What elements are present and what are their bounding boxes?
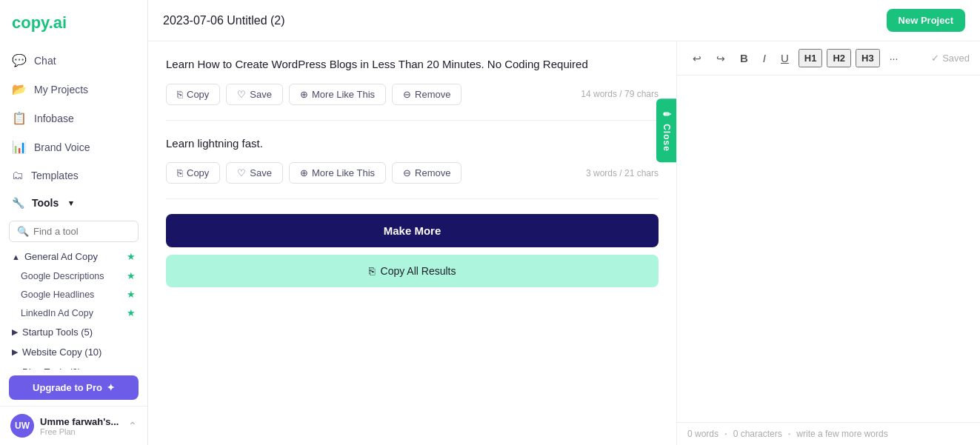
chevron-right-icon: ▶ (12, 367, 18, 369)
result-text-1: Learn How to Create WordPress Blogs in L… (166, 56, 659, 73)
user-section: UW Umme farwah's... Free Plan ⌃ (0, 406, 147, 445)
logo-copy: copy (12, 13, 49, 32)
copy-label: Copy (187, 167, 209, 178)
editor-panel: ↩ ↪ B I U H1 H2 H3 ··· ✓ Saved 0 words ●… (676, 41, 980, 445)
upgrade-pro-button[interactable]: Upgrade to Pro ✦ (9, 375, 139, 400)
tools-toggle[interactable]: 🔧 Tools ▾ (0, 190, 147, 216)
tool-group-startup-tools[interactable]: ▶ Startup Tools (5) (0, 322, 147, 342)
remove-label: Remove (415, 89, 450, 100)
tool-group-label: Blog Tools (9) (22, 367, 81, 369)
tool-group-blog-tools[interactable]: ▶ Blog Tools (9) (0, 362, 147, 369)
heart-icon: ♡ (237, 167, 246, 178)
tool-search-box[interactable]: 🔍 (9, 221, 139, 242)
sidebar-item-infobase[interactable]: 📋 Infobase (0, 104, 147, 133)
plus-circle-icon: ⊕ (300, 167, 308, 178)
user-info: Umme farwah's... Free Plan (40, 416, 128, 436)
remove-button-1[interactable]: ⊖ Remove (392, 84, 461, 105)
copy-icon: ⎘ (177, 89, 183, 100)
close-label: Close (661, 124, 672, 152)
editor-footer: 0 words ● 0 characters ● write a few mor… (677, 422, 980, 445)
sidebar-item-my-projects-label: My Projects (34, 84, 88, 96)
result-actions-1: ⎘ Copy ♡ Save ⊕ More Like This ⊖ Remove (166, 84, 659, 105)
remove-button-2[interactable]: ⊖ Remove (392, 162, 461, 184)
main-header: 2023-07-06 Untitled (2) New Project (148, 0, 980, 41)
save-label: Save (250, 89, 272, 100)
tools-list: ▲ General Ad Copy ★ Google Descriptions … (0, 247, 147, 369)
tool-sub-google-descriptions[interactable]: Google Descriptions ★ (0, 267, 147, 285)
char-count-display: 0 characters (733, 429, 782, 439)
make-more-button[interactable]: Make More (166, 214, 659, 247)
tool-group-website-copy[interactable]: ▶ Website Copy (10) (0, 342, 147, 362)
result-card-2: Learn lightning fast. ⎘ Copy ♡ Save ⊕ Mo… (166, 135, 659, 200)
tool-sub-linkedin-ad-copy[interactable]: LinkedIn Ad Copy ★ (0, 304, 147, 322)
copy-all-button[interactable]: ⎘ Copy All Results (166, 255, 659, 287)
star-icon[interactable]: ★ (127, 289, 136, 300)
user-name: Umme farwah's... (40, 416, 128, 427)
result-text-2: Learn lightning fast. (166, 135, 659, 153)
minus-circle-icon: ⊖ (403, 89, 411, 100)
tool-group-general-ad-copy[interactable]: ▲ General Ad Copy ★ (0, 247, 147, 267)
save-label: Save (250, 167, 272, 178)
tool-group-label: Startup Tools (5) (22, 327, 93, 338)
user-menu-chevron-icon[interactable]: ⌃ (128, 420, 137, 432)
minus-circle-icon: ⊖ (403, 167, 411, 178)
copy-icon: ⎘ (177, 167, 183, 178)
more-like-this-button-1[interactable]: ⊕ More Like This (289, 84, 386, 105)
save-button-1[interactable]: ♡ Save (226, 84, 283, 105)
nav-menu: 💬 Chat 📂 My Projects 📋 Infobase 📊 Brand … (0, 46, 147, 190)
chat-icon: 💬 (12, 53, 27, 67)
chevron-up-icon: ▲ (12, 252, 20, 261)
search-input[interactable] (33, 226, 130, 237)
star-icon[interactable]: ★ (127, 270, 136, 281)
undo-button[interactable]: ↩ (687, 50, 707, 67)
h3-button[interactable]: H3 (856, 49, 880, 67)
close-tab[interactable]: ✏ Close (656, 98, 676, 162)
more-label: More Like This (312, 89, 375, 100)
h2-button[interactable]: H2 (827, 49, 851, 67)
avatar: UW (10, 414, 34, 438)
upgrade-label: Upgrade to Pro (33, 382, 102, 393)
copy-all-label: Copy All Results (381, 265, 456, 277)
results-panel: Learn How to Create WordPress Blogs in L… (148, 41, 676, 445)
underline-button[interactable]: U (776, 49, 794, 67)
sidebar-item-chat-label: Chat (34, 55, 56, 67)
sidebar-item-templates-label: Templates (31, 170, 79, 181)
dot-separator-2: ● (788, 432, 791, 436)
italic-button[interactable]: I (758, 49, 771, 67)
sidebar: copy.ai 💬 Chat 📂 My Projects 📋 Infobase … (0, 0, 148, 445)
more-label: More Like This (312, 167, 375, 178)
sidebar-item-templates[interactable]: 🗂 Templates (0, 161, 147, 190)
copy-button-1[interactable]: ⎘ Copy (166, 84, 220, 105)
more-like-this-button-2[interactable]: ⊕ More Like This (289, 162, 386, 184)
remove-label: Remove (415, 167, 450, 178)
new-project-button[interactable]: New Project (887, 9, 965, 32)
main-area: 2023-07-06 Untitled (2) New Project Lear… (148, 0, 980, 445)
star-icon[interactable]: ★ (127, 307, 136, 318)
tools-icon: 🔧 (12, 197, 24, 209)
plus-circle-icon: ⊕ (300, 89, 308, 100)
bold-button[interactable]: B (735, 49, 753, 67)
sidebar-item-brand-voice[interactable]: 📊 Brand Voice (0, 133, 147, 161)
editor-body[interactable] (677, 76, 980, 422)
infobase-icon: 📋 (12, 111, 27, 125)
more-formatting-button[interactable]: ··· (884, 50, 904, 67)
result-actions-2: ⎘ Copy ♡ Save ⊕ More Like This ⊖ Remove (166, 162, 659, 184)
redo-button[interactable]: ↪ (711, 50, 730, 67)
tool-sub-label: Google Descriptions (21, 271, 104, 281)
star-icon[interactable]: ★ (127, 251, 136, 262)
tool-sub-google-headlines[interactable]: Google Headlines ★ (0, 285, 147, 304)
folder-icon: 📂 (12, 82, 27, 96)
word-count-1: 14 words / 79 chars (581, 89, 659, 99)
copy-button-2[interactable]: ⎘ Copy (166, 162, 220, 184)
sidebar-item-my-projects[interactable]: 📂 My Projects (0, 75, 147, 104)
tool-sub-label: LinkedIn Ad Copy (21, 308, 93, 318)
pencil-icon: ✏ (661, 109, 672, 121)
user-initials: UW (15, 421, 30, 431)
chevron-right-icon: ▶ (12, 327, 18, 337)
sidebar-item-chat[interactable]: 💬 Chat (0, 46, 147, 75)
content-area: Learn How to Create WordPress Blogs in L… (148, 41, 980, 445)
save-button-2[interactable]: ♡ Save (226, 162, 283, 184)
dot-separator-1: ● (724, 432, 727, 436)
tool-group-label: Website Copy (10) (22, 347, 101, 358)
h1-button[interactable]: H1 (799, 49, 823, 67)
